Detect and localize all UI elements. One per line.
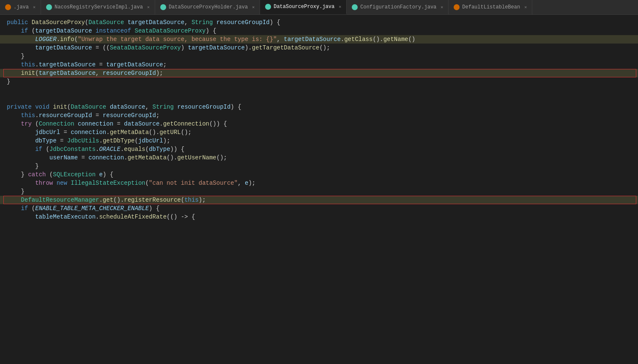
code-line-16: if (JdbcConstants.ORACLE.equals(dbType))…	[0, 145, 638, 153]
line-content-9	[3, 86, 638, 94]
line-content-14: jdbcUrl = connection.getMetaData().getUR…	[3, 128, 638, 137]
line-content-17: userName = connection.getMetaData().getU…	[3, 153, 638, 162]
line-content-10	[3, 94, 638, 103]
tab-label-holder: DataSourceProxyHolder.java	[169, 4, 248, 10]
line-content-19: } catch (SQLException e) {	[3, 170, 638, 179]
tab-proxy[interactable]: DataSourceProxy.java✕	[260, 0, 347, 14]
code-line-21: }	[0, 187, 638, 196]
line-content-21: }	[3, 187, 638, 196]
tab-close-config[interactable]: ✕	[441, 5, 443, 10]
tab-close-holder[interactable]: ✕	[252, 5, 255, 10]
tab-icon-proxy	[265, 4, 271, 10]
code-line-11: private void init(DataSource dataSource,…	[0, 103, 638, 111]
line-content-6: this.targetDataSource = targetDataSource…	[3, 60, 638, 69]
tab-icon-java1	[5, 4, 11, 10]
line-content-16: if (JdbcConstants.ORACLE.equals(dbType))…	[3, 145, 638, 153]
tab-label-config: ConfigurationFactory.java	[360, 4, 436, 10]
tab-label-java1: .java	[14, 4, 29, 10]
line-content-13: try (Connection connection = dataSource.…	[3, 120, 638, 128]
code-line-8: }	[0, 77, 638, 86]
code-line-2: if (targetDataSource instanceof SeataDat…	[0, 27, 638, 35]
tab-close-proxy[interactable]: ✕	[339, 4, 341, 9]
line-content-22: DefaultResourceManager.get().registerRes…	[3, 196, 638, 204]
tab-icon-holder	[160, 4, 166, 10]
tab-holder[interactable]: DataSourceProxyHolder.java✕	[155, 0, 260, 14]
line-content-24: tableMetaExecuton.scheduleAtFixedRate(()…	[3, 213, 638, 221]
code-line-9	[0, 86, 638, 94]
tab-close-default[interactable]: ✕	[524, 5, 527, 10]
line-content-11: private void init(DataSource dataSource,…	[3, 103, 638, 111]
code-line-23: if (ENABLE_TABLE_META_CHECKER_ENABLE) {	[0, 204, 638, 213]
tab-bar: .java✕NacosRegistryServiceImpl.java✕Data…	[0, 0, 638, 15]
code-line-15: dbType = JdbcUtils.getDbType(jdbcUrl);	[0, 137, 638, 145]
tab-default[interactable]: DefaultListableBean✕	[449, 0, 532, 14]
code-line-12: this.resourceGroupId = resourceGroupId;	[0, 111, 638, 120]
line-content-15: dbType = JdbcUtils.getDbType(jdbcUrl);	[3, 137, 638, 145]
line-content-5: }	[3, 52, 638, 60]
tab-icon-config	[352, 4, 358, 10]
code-line-4: targetDataSource = ((SeataDataSourceProx…	[0, 44, 638, 52]
code-line-14: jdbcUrl = connection.getMetaData().getUR…	[0, 128, 638, 137]
tab-icon-nacos	[46, 4, 52, 10]
code-line-22: DefaultResourceManager.get().registerRes…	[0, 196, 638, 204]
code-line-19: } catch (SQLException e) {	[0, 170, 638, 179]
line-content-23: if (ENABLE_TABLE_META_CHECKER_ENABLE) {	[3, 204, 638, 213]
code-editor: public DataSourceProxy(DataSource target…	[0, 15, 638, 364]
code-line-18: }	[0, 162, 638, 170]
tab-label-default: DefaultListableBean	[462, 4, 520, 10]
code-line-5: }	[0, 52, 638, 60]
code-line-24: tableMetaExecuton.scheduleAtFixedRate(()…	[0, 213, 638, 221]
code-line-13: try (Connection connection = dataSource.…	[0, 120, 638, 128]
line-content-12: this.resourceGroupId = resourceGroupId;	[3, 111, 638, 120]
code-line-3: LOGGER.info("Unwrap the target data sour…	[0, 35, 638, 44]
code-line-6: this.targetDataSource = targetDataSource…	[0, 60, 638, 69]
tab-java1[interactable]: .java✕	[0, 0, 41, 14]
tab-label-nacos: NacosRegistryServiceImpl.java	[55, 4, 143, 10]
line-content-2: if (targetDataSource instanceof SeataDat…	[3, 27, 638, 35]
line-content-3: LOGGER.info("Unwrap the target data sour…	[3, 35, 638, 44]
line-content-20: throw new IllegalStateException("can not…	[3, 179, 638, 187]
line-content-8: }	[3, 77, 638, 86]
code-line-10	[0, 94, 638, 103]
tab-label-proxy: DataSourceProxy.java	[274, 4, 334, 10]
tab-icon-default	[454, 4, 460, 10]
line-content-1: public DataSourceProxy(DataSource target…	[3, 18, 638, 27]
code-line-7: init(targetDataSource, resourceGroupId);	[0, 69, 638, 77]
code-line-20: throw new IllegalStateException("can not…	[0, 179, 638, 187]
line-content-7: init(targetDataSource, resourceGroupId);	[3, 69, 638, 77]
line-content-18: }	[3, 162, 638, 170]
tab-close-nacos[interactable]: ✕	[147, 5, 150, 10]
line-content-4: targetDataSource = ((SeataDataSourceProx…	[3, 44, 638, 52]
code-line-1: public DataSourceProxy(DataSource target…	[0, 18, 638, 27]
tab-close-java1[interactable]: ✕	[33, 5, 36, 10]
tab-nacos[interactable]: NacosRegistryServiceImpl.java✕	[41, 0, 155, 14]
code-line-17: userName = connection.getMetaData().getU…	[0, 153, 638, 162]
tab-config[interactable]: ConfigurationFactory.java✕	[347, 0, 449, 14]
